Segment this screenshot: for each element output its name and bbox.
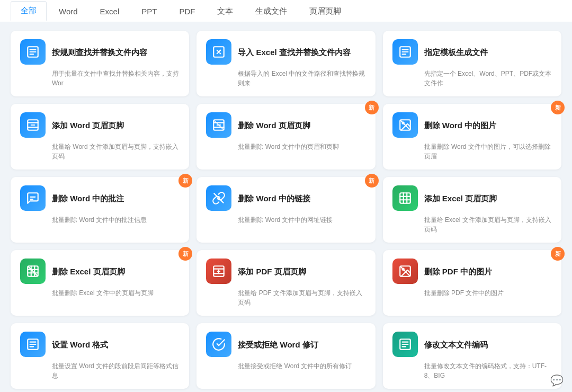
card-9[interactable]: 添加 Excel 页眉页脚批量给 Excel 文件添加页眉与页脚，支持嵌入页码	[383, 177, 561, 243]
card-header-card-7: 删除 Word 中的批注	[20, 185, 180, 211]
card-title-card-11: 添加 PDF 页眉页脚	[238, 266, 306, 277]
tab-item-文本[interactable]: 文本	[207, 2, 243, 21]
card-icon-card-9	[392, 185, 418, 211]
badge-new-card-5: 新	[365, 101, 379, 114]
card-icon-card-12	[392, 259, 418, 284]
watermark-icon: 💬	[550, 374, 564, 387]
card-icon-card-14	[206, 332, 231, 357]
card-header-card-2: 导入 Excel 查找并替换文件内容	[206, 39, 365, 65]
card-title-card-5: 删除 Word 页眉页脚	[238, 120, 310, 131]
card-title-card-3: 指定模板生成文件	[424, 47, 488, 58]
watermark: 💬	[550, 374, 567, 387]
card-desc-card-14: 批量接受或拒绝 Word 文件中的所有修订	[238, 361, 365, 371]
card-header-card-15: 修改文本文件编码	[392, 332, 552, 357]
card-grid: 按规则查找并替换文件内容用于批量在文件中查找并替换相关内容，支持 Wor导入 E…	[0, 22, 572, 392]
card-header-card-8: 删除 Word 中的链接	[206, 185, 365, 211]
card-header-card-4: 添加 Word 页眉页脚	[20, 112, 180, 138]
card-title-card-2: 导入 Excel 查找并替换文件内容	[238, 47, 351, 58]
card-11[interactable]: 添加 PDF 页眉页脚批量给 PDF 文件添加页眉与页脚，支持嵌入页码	[196, 250, 375, 316]
tab-item-Word[interactable]: Word	[49, 2, 88, 20]
card-icon-card-13	[20, 332, 46, 357]
card-header-card-3: 指定模板生成文件	[392, 39, 552, 65]
tab-item-PDF[interactable]: PDF	[169, 2, 205, 20]
card-header-card-5: 删除 Word 页眉页脚	[206, 112, 365, 138]
card-title-card-15: 修改文本文件编码	[424, 339, 488, 350]
card-desc-card-3: 先指定一个 Excel、Word、PPT、PDF或文本文件作	[424, 69, 552, 88]
card-title-card-14: 接受或拒绝 Word 修订	[238, 339, 318, 350]
card-4[interactable]: 添加 Word 页眉页脚批量给 Word 文件添加页眉与页脚，支持嵌入页码	[11, 104, 189, 170]
card-title-card-12: 删除 PDF 中的图片	[424, 266, 492, 277]
card-1[interactable]: 按规则查找并替换文件内容用于批量在文件中查找并替换相关内容，支持 Wor	[11, 31, 189, 96]
card-10[interactable]: 新删除 Excel 页眉页脚批量删除 Excel 文件中的页眉与页脚	[11, 250, 189, 316]
card-title-card-7: 删除 Word 中的批注	[52, 193, 124, 204]
card-desc-card-2: 根据导入的 Excel 中的文件路径和查找替换规则来	[238, 69, 365, 88]
card-desc-card-7: 批量删除 Word 文件中的批注信息	[52, 215, 180, 225]
svg-line-23	[215, 193, 224, 202]
card-header-card-11: 添加 PDF 页眉页脚	[206, 259, 365, 284]
card-icon-card-11	[206, 259, 231, 284]
tab-bar: 全部WordExcelPPTPDF文本生成文件页眉页脚	[0, 0, 572, 22]
card-desc-card-11: 批量给 PDF 文件添加页眉与页脚，支持嵌入页码	[238, 288, 365, 307]
card-header-card-6: 删除 Word 中的图片	[392, 112, 552, 138]
card-3[interactable]: 指定模板生成文件先指定一个 Excel、Word、PPT、PDF或文本文件作	[383, 31, 561, 96]
card-title-card-13: 设置 Word 格式	[52, 339, 108, 350]
card-icon-card-8	[206, 185, 231, 211]
card-desc-card-12: 批量删除 PDF 文件中的图片	[424, 288, 552, 298]
tab-item-全部[interactable]: 全部	[11, 1, 47, 21]
card-title-card-4: 添加 Word 页眉页脚	[52, 120, 124, 131]
card-title-card-10: 删除 Excel 页眉页脚	[52, 266, 125, 277]
card-icon-card-10	[20, 259, 46, 284]
card-desc-card-10: 批量删除 Excel 文件中的页眉与页脚	[52, 288, 180, 298]
card-icon-card-4	[20, 112, 46, 138]
svg-line-34	[28, 266, 37, 275]
card-title-card-6: 删除 Word 中的图片	[424, 120, 496, 131]
card-14[interactable]: 接受或拒绝 Word 修订批量接受或拒绝 Word 文件中的所有修订	[196, 323, 375, 389]
card-icon-card-1	[20, 39, 46, 65]
tab-item-PPT[interactable]: PPT	[131, 2, 167, 20]
card-header-card-14: 接受或拒绝 Word 修订	[206, 332, 365, 357]
badge-new-card-10: 新	[178, 247, 192, 261]
card-header-card-1: 按规则查找并替换文件内容	[20, 39, 180, 65]
card-icon-card-3	[392, 39, 418, 65]
card-icon-card-2	[206, 39, 231, 65]
card-header-card-12: 删除 PDF 中的图片	[392, 259, 552, 284]
card-desc-card-1: 用于批量在文件中查找并替换相关内容，支持 Wor	[52, 69, 180, 88]
card-5[interactable]: 新删除 Word 页眉页脚批量删除 Word 文件中的页眉和页脚	[196, 104, 375, 170]
card-title-card-9: 添加 Excel 页眉页脚	[424, 193, 497, 204]
card-2[interactable]: 导入 Excel 查找并替换文件内容根据导入的 Excel 中的文件路径和查找替…	[196, 31, 375, 96]
card-15[interactable]: 修改文本文件编码批量修改文本文件的编码格式，支持：UTF-8、BIG	[383, 323, 561, 389]
card-icon-card-15	[392, 332, 418, 357]
card-8[interactable]: 新删除 Word 中的链接批量删除 Word 文件中的网址链接	[196, 177, 375, 243]
card-6[interactable]: 新删除 Word 中的图片批量删除 Word 文件中的图片，可以选择删除页眉	[383, 104, 561, 170]
badge-new-card-12: 新	[551, 247, 565, 261]
card-desc-card-13: 批量设置 Word 文件的段前段后间距等格式信息	[52, 361, 180, 380]
card-header-card-10: 删除 Excel 页眉页脚	[20, 259, 180, 284]
card-header-card-9: 添加 Excel 页眉页脚	[392, 185, 552, 211]
card-13[interactable]: 设置 Word 格式批量设置 Word 文件的段前段后间距等格式信息	[11, 323, 189, 389]
card-desc-card-6: 批量删除 Word 文件中的图片，可以选择删除页眉	[424, 142, 552, 161]
badge-new-card-8: 新	[365, 174, 379, 188]
svg-rect-24	[400, 193, 410, 203]
badge-new-card-7: 新	[178, 174, 192, 188]
tab-item-生成文件[interactable]: 生成文件	[245, 2, 297, 21]
card-desc-card-8: 批量删除 Word 文件中的网址链接	[238, 215, 365, 225]
svg-line-17	[215, 120, 224, 129]
badge-new-card-6: 新	[551, 101, 565, 114]
card-icon-card-7	[20, 185, 46, 211]
card-desc-card-5: 批量删除 Word 文件中的页眉和页脚	[238, 142, 365, 152]
card-desc-card-9: 批量给 Excel 文件添加页眉与页脚，支持嵌入页码	[424, 215, 552, 234]
card-desc-card-4: 批量给 Word 文件添加页眉与页脚，支持嵌入页码	[52, 142, 180, 161]
card-7[interactable]: 新删除 Word 中的批注批量删除 Word 文件中的批注信息	[11, 177, 189, 243]
card-icon-card-6	[392, 112, 418, 138]
card-icon-card-5	[206, 112, 231, 138]
card-title-card-8: 删除 Word 中的链接	[238, 193, 310, 204]
card-desc-card-15: 批量修改文本文件的编码格式，支持：UTF-8、BIG	[424, 361, 552, 380]
card-title-card-1: 按规则查找并替换文件内容	[52, 47, 147, 58]
card-header-card-13: 设置 Word 格式	[20, 332, 180, 357]
tab-item-页眉页脚[interactable]: 页眉页脚	[299, 2, 351, 21]
tab-item-Excel[interactable]: Excel	[90, 2, 130, 20]
card-12[interactable]: 新删除 PDF 中的图片批量删除 PDF 文件中的图片	[383, 250, 561, 316]
